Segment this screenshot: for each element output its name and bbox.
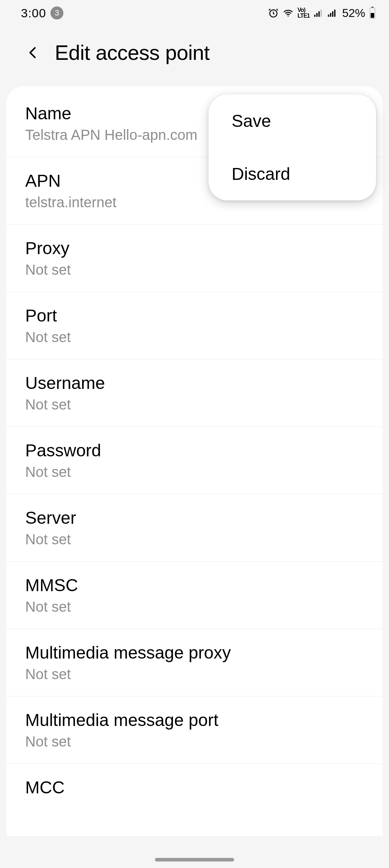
svg-rect-1 — [314, 15, 316, 17]
status-left: 3:00 3 — [21, 6, 63, 20]
alarm-icon — [268, 8, 279, 18]
page-title: Edit access point — [55, 40, 210, 65]
row-title: MMSC — [25, 575, 364, 595]
row-port[interactable]: Port Not set — [6, 292, 383, 359]
status-bar: 3:00 3 Vo)LTE1 52% — [0, 0, 389, 26]
row-mcc[interactable]: MCC — [6, 764, 383, 811]
row-mmsc[interactable]: MMSC Not set — [6, 562, 383, 629]
row-value: Not set — [25, 531, 364, 548]
row-server[interactable]: Server Not set — [6, 494, 383, 562]
row-mms-proxy[interactable]: Multimedia message proxy Not set — [6, 629, 383, 696]
notification-count-badge: 3 — [50, 6, 63, 19]
battery-percent: 52% — [342, 6, 365, 20]
menu-item-save[interactable]: Save — [209, 94, 376, 147]
svg-rect-11 — [371, 13, 374, 18]
svg-rect-5 — [328, 15, 329, 17]
battery-icon — [369, 7, 376, 19]
back-button[interactable] — [24, 44, 42, 61]
nav-handle[interactable] — [155, 858, 234, 862]
menu-item-discard[interactable]: Discard — [209, 147, 376, 200]
row-value: Not set — [25, 734, 364, 750]
row-password[interactable]: Password Not set — [6, 427, 383, 494]
svg-rect-3 — [318, 11, 320, 17]
row-value: Not set — [25, 329, 364, 345]
signal-icon-2 — [327, 8, 337, 18]
row-value: Not set — [25, 666, 364, 682]
row-title: Port — [25, 306, 364, 326]
row-title: Multimedia message proxy — [25, 643, 364, 663]
svg-rect-6 — [330, 13, 331, 17]
row-mms-port[interactable]: Multimedia message port Not set — [6, 696, 383, 764]
row-title: Server — [25, 508, 364, 528]
page-header: Edit access point — [0, 26, 389, 86]
svg-rect-8 — [334, 10, 336, 17]
row-value: Not set — [25, 397, 364, 413]
wifi-icon — [282, 8, 294, 18]
svg-rect-7 — [332, 11, 334, 17]
row-title: MCC — [25, 778, 364, 797]
status-time: 3:00 — [21, 6, 46, 20]
row-title: Password — [25, 440, 364, 460]
row-proxy[interactable]: Proxy Not set — [6, 225, 383, 292]
row-value: Not set — [25, 464, 364, 480]
row-title: Proxy — [25, 238, 364, 258]
row-title: Multimedia message port — [25, 710, 364, 730]
row-value: Not set — [25, 262, 364, 278]
overflow-menu: Save Discard — [209, 94, 376, 200]
status-right: Vo)LTE1 52% — [268, 6, 376, 20]
row-username[interactable]: Username Not set — [6, 359, 383, 427]
volte-icon: Vo)LTE1 — [298, 7, 310, 19]
svg-rect-2 — [316, 13, 318, 17]
chevron-left-icon — [26, 43, 40, 63]
signal-icon-1 — [313, 8, 323, 18]
row-title: Username — [25, 373, 364, 393]
row-value: Not set — [25, 599, 364, 615]
svg-rect-4 — [321, 10, 322, 17]
